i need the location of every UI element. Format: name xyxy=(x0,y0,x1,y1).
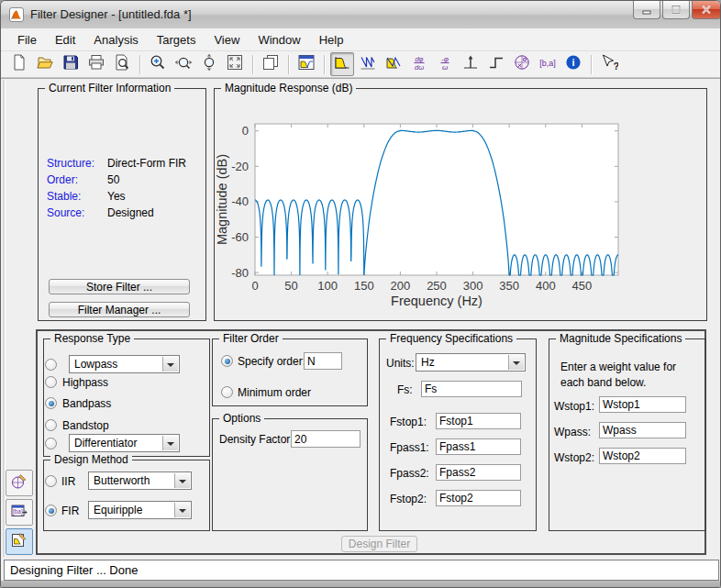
filter-design-button[interactable] xyxy=(294,52,318,76)
pole-zero-icon xyxy=(513,53,531,75)
new-window-button[interactable] xyxy=(259,52,283,76)
phase-response-button[interactable] xyxy=(356,52,380,76)
specify-order-radio[interactable] xyxy=(221,355,233,367)
menu-window[interactable]: Window xyxy=(249,30,309,50)
step-response-button[interactable] xyxy=(484,52,508,76)
units-value: Hz xyxy=(421,356,435,369)
zoom-y-button[interactable] xyxy=(197,52,221,76)
save-button[interactable] xyxy=(59,52,83,76)
wstop1-input[interactable] xyxy=(599,396,686,413)
menu-analysis[interactable]: Analysis xyxy=(84,30,147,50)
units-dropdown[interactable]: Hz xyxy=(416,353,526,372)
differentiator-radio[interactable] xyxy=(45,438,57,449)
save-icon xyxy=(61,53,80,75)
bandpass-radio[interactable] xyxy=(45,397,57,409)
close-button[interactable] xyxy=(692,1,721,19)
print-button[interactable] xyxy=(84,52,108,76)
filter-info-icon: i xyxy=(564,53,582,75)
toolbar-separator xyxy=(591,55,592,74)
bandstop-radio[interactable] xyxy=(45,419,57,431)
menu-help[interactable]: Help xyxy=(310,30,353,50)
import-filter-button[interactable]: [ba] xyxy=(6,499,33,526)
fpass2-input[interactable] xyxy=(436,464,521,481)
menu-file[interactable]: File xyxy=(8,30,46,50)
differentiator-dropdown[interactable]: Differentiator xyxy=(69,434,180,452)
design-filter-button[interactable]: Design Filter xyxy=(341,536,417,552)
status-bar: Designing Filter ... Done xyxy=(4,560,719,581)
fstop1-input[interactable] xyxy=(436,413,521,429)
fpass1-input[interactable] xyxy=(436,438,521,455)
window-frame-bottom xyxy=(1,581,721,588)
print-icon xyxy=(87,53,105,75)
fir-method-dropdown[interactable]: Equiripple xyxy=(88,501,192,519)
wstop1-label: Wstop1: xyxy=(554,400,594,413)
svg-text:100: 100 xyxy=(317,279,338,293)
fir-radio[interactable] xyxy=(45,505,57,516)
order-input[interactable] xyxy=(304,352,342,370)
title-bar[interactable]: Filter Designer - [untitled.fda *] xyxy=(1,1,721,29)
phase-delay-button[interactable]: -φω xyxy=(433,52,457,76)
menu-edit[interactable]: Edit xyxy=(46,30,84,50)
specify-order-label: Specify order: xyxy=(238,355,305,368)
magnitude-phase-icon xyxy=(384,53,403,75)
filter-info-button[interactable]: i xyxy=(561,52,585,76)
impulse-response-button[interactable] xyxy=(459,52,483,76)
svg-text:dω: dω xyxy=(415,63,424,72)
fstop2-input[interactable] xyxy=(436,490,521,506)
wstop2-input[interactable] xyxy=(599,448,686,464)
minimum-order-radio[interactable] xyxy=(221,386,233,398)
design-filter-icon xyxy=(10,531,28,553)
svg-text:400: 400 xyxy=(536,279,556,293)
source-label: Source: xyxy=(47,206,84,219)
magnitude-response-button[interactable] xyxy=(330,52,354,76)
maximize-button[interactable] xyxy=(662,1,690,19)
context-help-button[interactable]: ? xyxy=(597,52,621,76)
stable-value: Yes xyxy=(107,190,126,203)
pole-zero-editor-icon xyxy=(10,472,28,494)
response-type-title: Response Type xyxy=(50,332,134,345)
zoom-in-icon xyxy=(149,53,167,75)
zoom-y-icon xyxy=(200,53,218,75)
magnitude-phase-button[interactable] xyxy=(382,52,405,76)
menu-targets[interactable]: Targets xyxy=(148,30,205,50)
print-preview-icon xyxy=(113,53,131,75)
menu-view[interactable]: View xyxy=(205,30,249,50)
wpass-input[interactable] xyxy=(599,422,686,438)
design-filter-button[interactable] xyxy=(6,528,33,555)
zoom-in-button[interactable] xyxy=(146,52,170,76)
window-title: Filter Designer - [untitled.fda *] xyxy=(30,1,192,28)
iir-radio[interactable] xyxy=(45,475,57,487)
density-factor-input[interactable] xyxy=(291,430,360,448)
app-icon xyxy=(9,7,24,22)
fpass2-label: Fpass2: xyxy=(390,467,429,480)
highpass-radio[interactable] xyxy=(45,376,57,388)
zoom-x-button[interactable] xyxy=(172,52,195,76)
minimize-button[interactable] xyxy=(633,1,660,19)
new-file-button[interactable] xyxy=(7,52,31,76)
pole-zero-button[interactable] xyxy=(510,52,534,76)
svg-text:0: 0 xyxy=(242,124,249,138)
magnitude-specs-title: Magnitude Specifications xyxy=(556,332,685,345)
filter-coefficients-button[interactable]: [b,a] xyxy=(536,52,560,76)
filter-manager-button[interactable]: Filter Manager ... xyxy=(49,302,190,317)
toolbar-separator xyxy=(288,55,289,74)
iir-method-dropdown[interactable]: Butterworth xyxy=(88,472,192,490)
chevron-down-icon xyxy=(508,355,524,370)
bandstop-label: Bandstop xyxy=(62,419,109,432)
lowpass-radio[interactable] xyxy=(45,359,57,371)
chevron-down-icon xyxy=(174,473,190,488)
open-file-button[interactable] xyxy=(33,52,57,76)
svg-text:350: 350 xyxy=(499,279,519,293)
lowpass-dropdown[interactable]: Lowpass xyxy=(69,355,180,373)
options-title: Options xyxy=(219,412,264,425)
svg-text:ω: ω xyxy=(442,63,448,72)
full-view-button[interactable] xyxy=(223,52,247,76)
fs-input[interactable] xyxy=(421,381,522,397)
pole-zero-editor-button[interactable] xyxy=(6,470,33,496)
group-delay-button[interactable]: dφdω xyxy=(407,52,431,76)
print-preview-button[interactable] xyxy=(110,52,134,76)
svg-text:150: 150 xyxy=(354,279,374,293)
weight-note-line2: each band below. xyxy=(560,376,646,389)
minimum-order-label: Minimum order xyxy=(238,386,311,399)
store-filter-button[interactable]: Store Filter ... xyxy=(49,279,190,294)
